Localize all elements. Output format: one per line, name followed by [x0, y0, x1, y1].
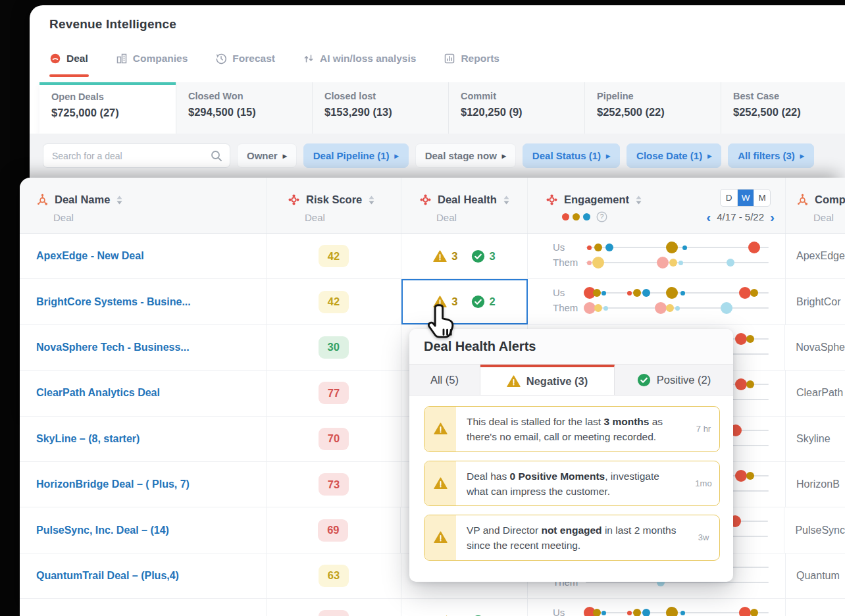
engagement-label-us: Us — [553, 242, 565, 253]
filter-chip-label: Close Date (1) — [636, 150, 702, 161]
nav-tab-label: Deal — [66, 53, 88, 64]
column-subtitle: Deal — [436, 212, 457, 223]
deal-health-popover: Deal Health Alerts All (5)Negative (3)Po… — [409, 329, 733, 582]
deal-health-cell[interactable] — [401, 599, 528, 616]
summary-card-closed-lost[interactable]: Closed lost$153,290 (13) — [312, 82, 448, 134]
summary-card-open-deals[interactable]: Open Deals$725,000 (27) — [39, 82, 176, 134]
summary-card-pipeline[interactable]: Pipeline$252,500 (22) — [584, 82, 721, 134]
warning-icon — [507, 375, 521, 388]
deal-name-link[interactable]: ClearPath Analytics Deal — [36, 387, 160, 399]
risk-score-cell: 42 — [267, 234, 401, 278]
risk-score-badge: 42 — [319, 245, 349, 267]
alert-age: 1mo — [688, 461, 719, 506]
engagement-dot-red — [587, 245, 592, 250]
sort-icon[interactable] — [503, 195, 510, 205]
caret-icon: ▸ — [283, 151, 287, 161]
engagement-dot-red — [748, 242, 760, 253]
engagement-label-them: Them — [553, 302, 578, 313]
engagement-timeline: UsThem — [528, 234, 785, 278]
deal-name-link[interactable]: SkyLine – (8, starter) — [36, 433, 140, 445]
column-header-engagement[interactable]: Engagement ? DWM ‹ 4/17 - 5/22 › — [528, 178, 786, 233]
popover-tab-all[interactable]: All (5) — [409, 365, 480, 395]
risk-score-cell — [267, 599, 401, 616]
engagement-dot-pink — [584, 302, 596, 314]
company-cell: BrightCor — [786, 279, 845, 324]
engagement-dot-lgold — [592, 257, 604, 269]
filter-chip-deal-stage-now[interactable]: Deal stage now▸ — [415, 143, 516, 168]
deal-health-cell[interactable]: 33 — [401, 234, 528, 278]
popover-tab-label: Positive (2) — [657, 374, 711, 386]
engagement-dot-blue — [682, 245, 687, 250]
period-option-w[interactable]: W — [737, 190, 754, 206]
deal-name-link[interactable]: NovaSphere Tech - Business... — [36, 342, 190, 353]
nav-tab-companies[interactable]: Companies — [116, 53, 188, 64]
nav-tab-reports[interactable]: Reports — [444, 53, 499, 64]
deal-name-cell: SkyLine – (8, starter) — [20, 417, 267, 461]
nav-tab-label: Forecast — [232, 53, 275, 64]
popover-tab-negative[interactable]: Negative (3) — [480, 365, 615, 395]
period-option-m[interactable]: M — [754, 190, 770, 206]
chevron-left-icon[interactable]: ‹ — [706, 210, 711, 224]
risk-score-badge: 63 — [319, 565, 349, 587]
help-icon[interactable]: ? — [596, 211, 607, 222]
engagement-dot-gold — [746, 472, 754, 480]
column-header-deal-health[interactable]: Deal Health Deal — [401, 178, 528, 233]
deal-name-link[interactable]: QuantumTrail Deal – (Plus,4) — [36, 570, 179, 582]
summary-card-best-case[interactable]: Best Case$252,500 (22) — [721, 82, 845, 134]
sort-icon[interactable] — [116, 195, 123, 205]
column-header-companies[interactable]: Comp Deal — [786, 178, 845, 233]
engagement-dot-pink — [655, 302, 667, 314]
summary-card-commit[interactable]: Commit$120,250 (9) — [448, 82, 584, 134]
engagement-dot-pink — [657, 257, 669, 269]
column-header-deal-name[interactable]: Deal Name Deal — [20, 178, 267, 233]
deal-name-cell: BrightCore Systems - Busine... — [20, 279, 267, 324]
alert-age: 3w — [688, 515, 719, 560]
caret-icon: ▸ — [707, 151, 711, 161]
period-option-d[interactable]: D — [721, 190, 737, 206]
engagement-dot-gold — [594, 244, 602, 251]
table-header: Deal Name Deal Risk Score Deal Deal Heal… — [20, 178, 845, 234]
engagement-cell: UsThem — [528, 279, 786, 324]
sort-icon[interactable] — [635, 195, 642, 205]
engagement-dot-lblue — [603, 306, 608, 311]
filter-chip-close-date-1[interactable]: Close Date (1)▸ — [627, 143, 721, 168]
deal-name-link[interactable]: HorizonBridge Deal – ( Plus, 7) — [36, 478, 190, 490]
summary-card-value: $153,290 (13) — [324, 106, 436, 118]
column-header-risk-score[interactable]: Risk Score Deal — [267, 178, 401, 233]
deal-health-cell[interactable]: 32 — [401, 279, 528, 324]
risk-score-badge: 42 — [319, 291, 349, 313]
chevron-right-icon[interactable]: › — [770, 210, 775, 224]
filter-chip-deal-status-1[interactable]: Deal Status (1)▸ — [523, 143, 620, 168]
company-cell: ClearPath — [786, 371, 845, 415]
risk-score-badge: 77 — [319, 382, 349, 404]
search-box[interactable] — [43, 143, 230, 168]
negative-count: 3 — [451, 250, 457, 263]
nav-tab-forecast[interactable]: Forecast — [215, 53, 275, 64]
primary-nav: DealCompaniesForecastAI win/loss analysi… — [49, 53, 499, 64]
popover-tab-positive[interactable]: Positive (2) — [615, 365, 733, 395]
filter-chip-owner[interactable]: Owner▸ — [237, 143, 297, 168]
sort-icon[interactable] — [368, 195, 375, 205]
summary-card-closed-won[interactable]: Closed Won$294,500 (15) — [176, 82, 312, 134]
deal-name-link[interactable]: PulseSync, Inc. Deal – (14) — [36, 525, 169, 536]
alert-severity-strip — [424, 407, 456, 451]
company-name: Quantum — [796, 570, 840, 582]
filter-chip-all-filters-3[interactable]: All filters (3)▸ — [728, 143, 814, 168]
filter-chips: Owner▸Deal Pipeline (1)▸Deal stage now▸D… — [237, 143, 814, 168]
search-input[interactable] — [43, 144, 230, 167]
deal-name-link[interactable]: BrightCore Systems - Busine... — [36, 296, 191, 308]
popover-tabs: All (5)Negative (3)Positive (2) — [409, 365, 733, 396]
nav-tab-deal[interactable]: Deal — [49, 53, 88, 64]
column-subtitle: Deal — [305, 212, 325, 223]
engagement-dot-red — [735, 378, 747, 390]
engagement-dot-lblue — [679, 261, 683, 265]
nav-tab-ai-win-loss-analysis[interactable]: AI win/loss analysis — [303, 53, 416, 64]
filter-chip-deal-pipeline-1[interactable]: Deal Pipeline (1)▸ — [303, 143, 409, 168]
popover-tab-label: Negative (3) — [526, 375, 588, 388]
period-toggle: DWM — [720, 189, 771, 207]
engagement-dot-red — [735, 333, 747, 345]
engagement-dot-lblue — [721, 302, 732, 314]
filter-chip-label: Owner — [247, 150, 278, 161]
deal-name-link[interactable]: ApexEdge - New Deal — [36, 250, 144, 262]
engagement-dot-blue — [602, 291, 606, 295]
